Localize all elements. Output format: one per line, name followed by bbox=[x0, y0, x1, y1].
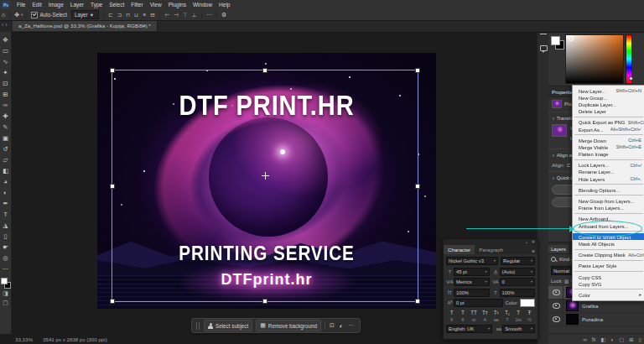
opentype-icon[interactable]: aa bbox=[491, 317, 501, 322]
type-style-icon[interactable]: T bbox=[446, 310, 457, 315]
context-menu-item[interactable]: New Group from Layers... bbox=[573, 197, 644, 204]
panel-menu-icon[interactable]: ≡ bbox=[532, 248, 538, 254]
tab-character[interactable]: Character bbox=[444, 245, 475, 254]
auto-select-checkbox[interactable] bbox=[31, 12, 38, 18]
saturation-selector[interactable] bbox=[569, 36, 574, 41]
menu-item[interactable]: Help bbox=[216, 0, 233, 9]
type-style-icon[interactable]: TT bbox=[469, 310, 480, 315]
context-menu-item[interactable] bbox=[574, 289, 643, 289]
saturation-picker[interactable] bbox=[565, 34, 624, 84]
tool-icon[interactable]: ◕ bbox=[0, 176, 11, 187]
foreground-color-swatch[interactable] bbox=[551, 36, 560, 45]
context-menu-item[interactable]: Color ▸ bbox=[573, 291, 644, 298]
tool-icon[interactable]: ✑ bbox=[0, 100, 11, 111]
transform-icon[interactable]: ⊡ bbox=[327, 322, 337, 329]
opentype-icon[interactable]: ﬁ bbox=[446, 317, 457, 322]
align-icon[interactable]: ≡ bbox=[141, 12, 148, 18]
font-family-dropdown[interactable]: Nickel Gothic v3 ▾ bbox=[446, 257, 498, 265]
type-style-icon[interactable]: T₁ bbox=[501, 310, 512, 315]
context-menu-item[interactable]: Paste Layer Style bbox=[573, 263, 644, 269]
layers-footer-icon[interactable]: ◐ bbox=[608, 336, 616, 342]
collapse-icon[interactable]: ⌄ bbox=[525, 239, 529, 245]
context-menu-item[interactable] bbox=[574, 184, 643, 185]
chevron-down-icon[interactable]: ∨ bbox=[552, 116, 555, 121]
tool-icon[interactable]: ⊞ bbox=[0, 89, 11, 100]
context-menu-item[interactable]: Mask All Objects bbox=[573, 240, 644, 247]
visibility-eye-icon[interactable] bbox=[553, 289, 560, 295]
auto-select-target-dropdown[interactable]: Layer ▾ bbox=[71, 10, 99, 19]
lock-transparency-icon[interactable]: ▨ bbox=[564, 279, 569, 284]
context-menu-item[interactable] bbox=[574, 195, 643, 195]
visibility-eye-icon[interactable] bbox=[553, 303, 560, 309]
kerning-field[interactable]: Metrics ▾ bbox=[454, 278, 490, 286]
home-icon[interactable]: ⌂ bbox=[0, 12, 7, 18]
menu-item[interactable]: Plugins bbox=[165, 0, 190, 9]
tool-icon[interactable]: ☛ bbox=[0, 242, 11, 253]
menu-item[interactable]: Select bbox=[106, 0, 127, 9]
tool-icon[interactable]: ▣ bbox=[0, 133, 11, 143]
opentype-icon[interactable]: T bbox=[501, 317, 512, 322]
menu-item[interactable]: File bbox=[13, 0, 29, 9]
select-subject-button[interactable]: Select subject bbox=[204, 320, 252, 331]
opentype-icon[interactable]: 1st bbox=[513, 317, 524, 322]
align-icon[interactable]: ⊓ bbox=[124, 12, 132, 18]
color-swatches[interactable] bbox=[0, 277, 11, 289]
layers-footer-icon[interactable]: fx bbox=[589, 336, 599, 342]
font-style-dropdown[interactable]: Regular ▾ bbox=[501, 257, 535, 265]
gear-icon[interactable]: ⚙ bbox=[220, 12, 228, 18]
toolbar-mode-icon[interactable]: ▢ bbox=[0, 298, 11, 307]
foreground-color-swatch[interactable] bbox=[1, 278, 8, 284]
tab-paragraph[interactable]: Paragraph bbox=[475, 245, 507, 254]
transform-handle[interactable] bbox=[110, 68, 115, 73]
transform-handle[interactable] bbox=[262, 68, 267, 73]
context-menu-item[interactable] bbox=[574, 260, 643, 261]
context-menu-item[interactable] bbox=[574, 249, 643, 250]
transform-handle[interactable] bbox=[415, 184, 420, 189]
align-icon[interactable]: ⊏ bbox=[106, 12, 115, 18]
context-menu-item[interactable]: Merge Visible Shift+Ctrl+E bbox=[573, 143, 644, 150]
context-menu-item[interactable]: Frame from Layers... bbox=[573, 205, 644, 211]
distribute-icon[interactable]: ⊤ bbox=[181, 12, 190, 18]
layers-footer-icon[interactable]: ∞ bbox=[580, 336, 589, 342]
context-menu-item[interactable] bbox=[574, 271, 643, 272]
tool-icon[interactable]: ∿ bbox=[0, 56, 11, 67]
tool-icon[interactable]: T bbox=[0, 209, 11, 220]
tool-icon[interactable]: ◮ bbox=[0, 220, 11, 231]
menu-item[interactable]: Edit bbox=[29, 0, 44, 9]
layer-name[interactable]: Pozadina bbox=[582, 317, 603, 322]
context-menu-item[interactable]: Hide Layers Ctrl+, bbox=[573, 175, 644, 182]
context-menu-item[interactable]: Create Clipping Mask Alt+Ctrl+G bbox=[573, 252, 644, 258]
tool-icon[interactable]: ✦ bbox=[0, 67, 11, 78]
leading-field[interactable]: (Auto) ▾ bbox=[500, 268, 536, 276]
transform-selection-box[interactable] bbox=[112, 70, 418, 302]
align-icon[interactable]: ⊟ bbox=[148, 12, 157, 18]
tool-icon[interactable]: ⊡ bbox=[0, 78, 11, 89]
layer-name[interactable]: Grafika bbox=[582, 304, 598, 309]
context-menu-item[interactable] bbox=[574, 134, 643, 135]
align-left-icon[interactable]: ⊏ bbox=[567, 162, 571, 168]
tool-icon[interactable]: ✥ bbox=[0, 34, 11, 45]
menu-item[interactable]: Window bbox=[190, 0, 216, 9]
visibility-eye-icon[interactable] bbox=[553, 316, 560, 322]
context-menu-item[interactable]: Copy SVG bbox=[573, 280, 644, 287]
context-menu-item[interactable]: Export As... Alt+Shift+Ctrl+' bbox=[573, 126, 644, 133]
type-style-icon[interactable]: T bbox=[513, 310, 524, 315]
distribute-icon[interactable]: ⊥ bbox=[190, 12, 199, 18]
align-icon[interactable]: ⊐ bbox=[115, 12, 123, 18]
context-menu-item[interactable]: Lock Layers... Ctrl+/ bbox=[573, 162, 644, 169]
close-icon[interactable]: ✕ bbox=[531, 239, 535, 245]
menu-item[interactable]: Filter bbox=[127, 0, 146, 9]
remove-background-button[interactable]: ▦ Remove background bbox=[256, 320, 321, 331]
transform-handle[interactable] bbox=[110, 184, 115, 189]
comments-panel-button[interactable] bbox=[538, 42, 549, 54]
text-color-swatch[interactable] bbox=[520, 299, 535, 307]
opentype-icon[interactable]: st bbox=[469, 317, 480, 322]
tab-layers[interactable]: Layers bbox=[548, 245, 569, 253]
context-menu-item[interactable] bbox=[574, 213, 643, 214]
context-menu-item[interactable]: New Layer... Shift+Ctrl+N bbox=[573, 87, 644, 94]
opentype-icon[interactable]: ½ bbox=[524, 317, 535, 322]
layers-footer-icon[interactable]: ⊞ bbox=[626, 336, 636, 342]
drag-handle[interactable] bbox=[196, 322, 200, 330]
type-style-icon[interactable]: T¹ bbox=[491, 310, 501, 315]
toolbar-mode-icon[interactable]: ◨ bbox=[0, 289, 11, 298]
